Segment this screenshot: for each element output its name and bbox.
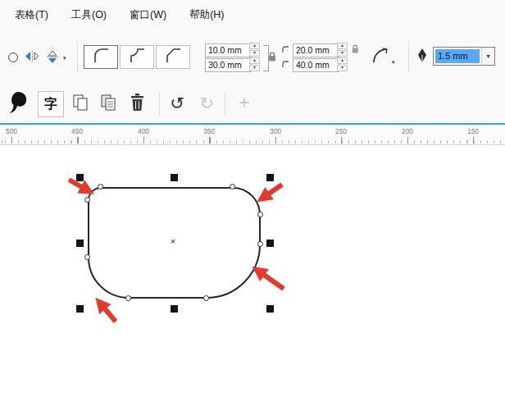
menu-bar: 表格(T) 工具(O) 窗口(W) 帮助(H) [0,0,505,30]
spin-up-button[interactable]: ▴ [337,43,348,49]
mirror-horizontal-icon[interactable] [25,50,40,62]
corner-tool-dropdown-icon[interactable]: ▾ [392,59,395,66]
ruler-accent-line [0,123,505,125]
ruler-label: 400 [138,127,149,135]
object-center-marker: × [167,236,179,246]
menu-help[interactable]: 帮助(H) [178,4,235,26]
add-button[interactable]: + [233,90,256,115]
corner-radius-bottom-left-field[interactable]: 30.0 mm [205,58,252,72]
horizontal-ruler[interactable]: 500 450 400 350 300 250 200 150 [0,123,505,145]
text-properties-button[interactable]: 字 [38,91,64,117]
paste-icon[interactable] [100,94,117,112]
selection-handle[interactable] [266,174,274,181]
corner-indicator-icon [281,60,289,68]
outline-width-select[interactable]: 1.5 mm ▾ [433,47,495,66]
selection-handle[interactable] [76,240,84,247]
selection-handle[interactable] [171,174,178,181]
corner-node[interactable] [84,254,90,260]
separator [408,41,409,72]
corner-node[interactable] [84,197,90,203]
corner-radius-top-left-field[interactable]: 10.0 mm [205,43,252,57]
corner-node[interactable] [230,184,235,189]
relative-corner-lock-icon[interactable] [351,43,360,54]
annotation-arrows [0,145,505,420]
annotation-arrow-bottom-left [98,301,116,322]
corner-tool-icon[interactable] [371,46,390,66]
corner-radius-bottom-right-field[interactable]: 40.0 mm [293,58,339,72]
drawing-canvas[interactable]: × [0,145,505,420]
chamfered-corner-icon [164,47,182,67]
annotation-arrow-bottom-right [256,269,284,289]
outline-width-value: 1.5 mm [435,49,480,63]
bottom-left-spinner: ▴ ▾ [249,57,260,71]
corner-node[interactable] [98,184,103,189]
ruler-label: 450 [71,127,83,135]
copy-icon[interactable] [72,94,89,112]
menu-tools[interactable]: 工具(O) [60,4,118,26]
redo-button[interactable]: ↻ [195,92,218,115]
round-corner-button[interactable] [84,45,118,69]
ruler-label: 200 [402,127,413,135]
round-corner-icon [92,47,110,67]
annotation-arrow-top-right [261,185,282,199]
application-window: 表格(T) 工具(O) 窗口(W) 帮助(H) ▾ 10.0 mm ▴ ▾ 3 [0,0,505,420]
annotation-arrow-top-left [69,180,90,192]
bottom-right-spinner: ▴ ▾ [337,57,348,71]
undo-button[interactable]: ↺ [166,92,189,115]
ruler-label: 150 [467,127,479,135]
selection-handle[interactable] [76,305,84,313]
ruler-label: 350 [203,127,215,135]
spin-down-button[interactable]: ▾ [337,50,348,57]
spin-up-button[interactable]: ▴ [249,57,260,64]
secondary-toolbar: 字 ↺ ↻ + [0,84,505,124]
ruler-label: 500 [6,127,17,135]
outline-pen-icon [416,48,428,64]
selection-handle[interactable] [266,240,274,247]
corner-node[interactable] [257,241,263,247]
mirror-dropdown-icon[interactable]: ▾ [63,55,66,62]
mirror-vertical-icon[interactable] [46,50,59,64]
brush-icon[interactable] [7,90,29,116]
separator [159,92,160,115]
separator [225,92,225,115]
ellipse-icon [8,52,18,62]
corner-node[interactable] [125,295,131,301]
separator [77,41,78,72]
selection-handle[interactable] [76,174,84,181]
menu-table[interactable]: 表格(T) [3,4,60,26]
selection-handle[interactable] [171,305,178,313]
delete-icon[interactable] [130,93,145,112]
menu-window[interactable]: 窗口(W) [118,4,178,26]
spin-up-button[interactable]: ▴ [249,43,260,49]
ruler-label: 250 [335,127,347,135]
property-bar: ▾ 10.0 mm ▴ ▾ 30.0 mm ▴ ▾ [0,30,505,84]
combo-dropdown-icon[interactable]: ▾ [481,48,494,65]
corner-node[interactable] [257,212,263,217]
corner-node[interactable] [203,295,209,301]
lock-corners-icon[interactable] [267,51,277,62]
corner-radius-top-right-field[interactable]: 20.0 mm [293,43,339,57]
chamfered-corner-button[interactable] [156,45,190,69]
spin-up-button[interactable]: ▴ [337,57,348,64]
spin-down-button[interactable]: ▾ [249,50,260,57]
scalloped-corner-icon [128,47,146,67]
spin-down-button[interactable]: ▾ [249,65,260,71]
spin-down-button[interactable]: ▾ [337,65,348,71]
selection-handle[interactable] [266,305,274,313]
ruler-major-ticks [0,137,505,144]
top-right-spinner: ▴ ▾ [337,43,348,57]
ruler-label: 300 [270,127,281,135]
scalloped-corner-button[interactable] [120,45,154,69]
top-left-spinner: ▴ ▾ [249,43,260,57]
corner-indicator-icon [281,45,289,53]
